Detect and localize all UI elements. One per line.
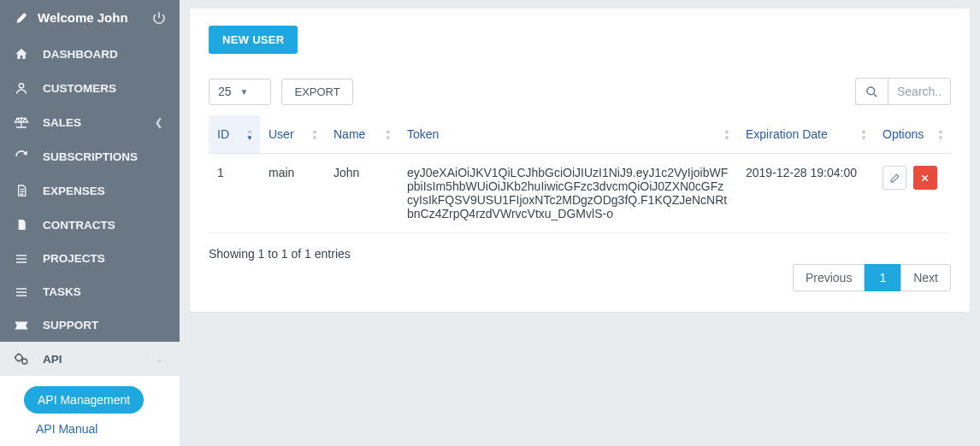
sub-item-api-management[interactable]: API Management: [24, 386, 144, 414]
chevron-down-icon: ⌄: [151, 354, 166, 365]
sidebar-item-label: CONTRACTS: [43, 219, 166, 232]
cell-user: main: [260, 154, 325, 233]
sidebar-item-label: API: [43, 353, 137, 366]
main-content: NEW USER 25 ▼ EXPORT: [180, 0, 980, 446]
sidebar-item-label: PROJECTS: [43, 252, 166, 265]
document-icon: [14, 218, 29, 232]
search-input[interactable]: [888, 78, 951, 105]
svg-point-3: [867, 86, 875, 94]
sidebar-item-expenses[interactable]: EXPENSES: [0, 173, 180, 208]
sidebar-item-api[interactable]: API ⌄: [0, 342, 180, 376]
svg-point-1: [15, 355, 22, 361]
sidebar-item-support[interactable]: SUPPORT: [0, 308, 180, 342]
svg-point-2: [22, 359, 27, 364]
edit-button[interactable]: [883, 166, 906, 190]
sort-icon: ▲▼: [937, 128, 944, 141]
sidebar-item-contracts[interactable]: CONTRACTS: [0, 208, 180, 242]
sidebar-header: Welcome John: [0, 0, 180, 37]
col-id[interactable]: ID ▲▼: [209, 115, 260, 154]
col-user[interactable]: User ▲▼: [260, 115, 325, 154]
table-row: 1 main John eyJ0eXAiOiJKV1QiLCJhbGciOiJI…: [209, 154, 951, 233]
sidebar-item-projects[interactable]: PROJECTS: [0, 242, 180, 275]
sub-item-api-manual[interactable]: API Manual: [0, 414, 180, 444]
sidebar-item-sales[interactable]: SALES ❮: [0, 105, 180, 139]
page-length-select[interactable]: 25 ▼: [209, 79, 271, 105]
page-next[interactable]: Next: [900, 264, 951, 291]
col-name[interactable]: Name ▲▼: [325, 115, 398, 154]
sidebar-item-tasks[interactable]: TASKS: [0, 275, 180, 308]
cell-options: [874, 154, 951, 233]
sidebar-item-label: DASHBOARD: [43, 48, 166, 61]
cell-expiration: 2019-12-28 19:04:00: [737, 154, 874, 233]
bars-icon: [14, 286, 29, 298]
cell-id: 1: [209, 154, 260, 233]
cogs-icon: [14, 352, 29, 366]
sidebar-item-customers[interactable]: CUSTOMERS: [0, 71, 180, 105]
pagination: Previous 1 Next: [793, 264, 951, 291]
page-prev[interactable]: Previous: [793, 264, 865, 291]
bars-icon: [14, 253, 29, 265]
ticket-icon: [14, 320, 29, 332]
wrench-icon: [14, 11, 29, 25]
sidebar-item-label: CUSTOMERS: [43, 82, 166, 95]
page-1[interactable]: 1: [865, 264, 900, 291]
table-info: Showing 1 to 1 of 1 entries: [209, 247, 351, 261]
close-icon: [920, 173, 930, 183]
sidebar-item-label: SALES: [43, 116, 137, 129]
sidebar-item-label: SUPPORT: [43, 319, 166, 332]
sort-icon: ▲▼: [860, 128, 867, 141]
refresh-icon: [14, 150, 29, 163]
pencil-icon: [889, 173, 900, 184]
document-lines-icon: [14, 184, 29, 197]
cell-token: eyJ0eXAiOiJKV1QiLCJhbGciOiJIUzI1NiJ9.eyJ…: [398, 154, 737, 233]
new-user-button[interactable]: NEW USER: [209, 26, 298, 54]
sidebar-item-dashboard[interactable]: DASHBOARD: [0, 37, 180, 71]
search-button[interactable]: [855, 78, 888, 105]
delete-button[interactable]: [913, 166, 937, 190]
scales-icon: [14, 115, 29, 129]
api-subitems: API Management API Manual: [0, 376, 180, 446]
sort-icon: ▲▼: [723, 128, 730, 141]
page-length-value: 25: [218, 85, 232, 98]
sort-icon: ▲▼: [246, 128, 253, 141]
chevron-left-icon: ❮: [151, 117, 166, 128]
svg-point-0: [19, 84, 23, 88]
caret-down-icon: ▼: [240, 87, 249, 97]
sidebar-item-subscriptions[interactable]: SUBSCRIPTIONS: [0, 139, 180, 173]
export-button[interactable]: EXPORT: [281, 79, 352, 105]
welcome-text: Welcome John: [38, 10, 128, 25]
logout-button[interactable]: [152, 11, 166, 25]
home-icon: [14, 47, 29, 61]
data-card: NEW USER 25 ▼ EXPORT: [190, 9, 970, 312]
users-table: ID ▲▼ User ▲▼ Name ▲▼ Token ▲▼: [209, 115, 951, 233]
sidebar-item-label: TASKS: [43, 285, 166, 298]
col-expiration[interactable]: Expiration Date ▲▼: [737, 115, 874, 154]
sidebar-item-label: EXPENSES: [43, 185, 166, 197]
sort-icon: ▲▼: [311, 128, 318, 141]
sidebar: Welcome John DASHBOARD CUSTOMERS SALES ❮…: [0, 0, 180, 446]
col-token[interactable]: Token ▲▼: [398, 115, 737, 154]
user-icon: [14, 81, 29, 95]
search-icon: [865, 85, 878, 98]
sidebar-item-label: SUBSCRIPTIONS: [43, 150, 166, 163]
col-options[interactable]: Options ▲▼: [874, 115, 951, 154]
sort-icon: ▲▼: [385, 128, 392, 141]
cell-name: John: [325, 154, 398, 233]
